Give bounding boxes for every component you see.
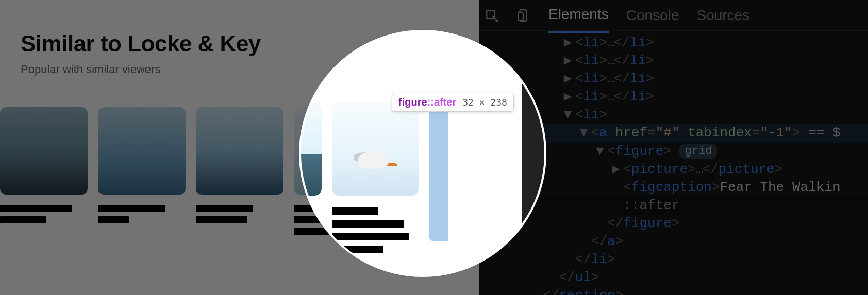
redacted-text [196, 216, 247, 223]
dom-node[interactable]: </ul> [479, 269, 868, 287]
redacted-text [332, 207, 378, 215]
thumbnail [196, 107, 283, 195]
movie-card[interactable] [196, 107, 283, 239]
tab-sources[interactable]: Sources [696, 0, 749, 32]
thumbnail [0, 107, 88, 195]
magnifier-lens: figure::after 32 × 238 [299, 30, 546, 277]
svg-rect-2 [518, 12, 523, 20]
movie-card[interactable] [98, 107, 186, 239]
redacted-text [332, 220, 404, 228]
dom-node[interactable]: ▶<li>…</li> [479, 52, 868, 70]
devtools-tabs: Elements Console Sources [479, 0, 868, 31]
redacted-text [98, 205, 165, 212]
thumbnail [332, 103, 419, 196]
dom-node[interactable]: </figure> [479, 215, 868, 233]
movie-card[interactable] [332, 103, 419, 258]
dom-node[interactable]: </section> [479, 287, 868, 295]
tooltip-dimensions: 32 × 238 [462, 97, 507, 108]
dom-node[interactable]: ▶<li>…</li> [479, 70, 868, 88]
redacted-text [332, 233, 409, 240]
device-icon[interactable] [516, 8, 531, 23]
dom-node[interactable]: </a> [479, 233, 868, 251]
redacted-text [0, 205, 72, 212]
dom-node[interactable]: </li> [479, 251, 868, 269]
movie-card[interactable] [0, 107, 88, 239]
dom-node[interactable]: ::after [479, 197, 868, 215]
redacted-text [98, 216, 129, 223]
tooltip-element: figure [398, 96, 427, 108]
thumbnail [98, 107, 186, 195]
inspector-tooltip: figure::after 32 × 238 [392, 93, 514, 112]
dom-node[interactable]: ▶<li>…</li> [479, 34, 868, 52]
dom-node[interactable]: ▶<li>…</li> [479, 88, 868, 106]
inspect-icon[interactable] [485, 8, 499, 23]
tooltip-pseudo: ::after [427, 96, 457, 108]
figure-after-highlight [429, 103, 448, 258]
redacted-text [196, 205, 253, 212]
redacted-text [0, 216, 46, 223]
tab-elements[interactable]: Elements [548, 0, 609, 33]
tab-console[interactable]: Console [626, 0, 679, 32]
